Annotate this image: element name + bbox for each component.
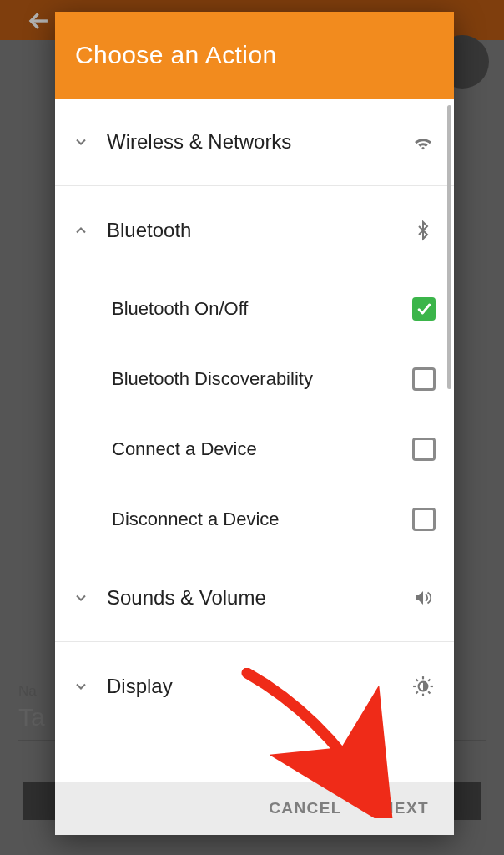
dialog-title: Choose an Action: [75, 41, 277, 69]
sub-bluetooth-discoverability[interactable]: Bluetooth Discoverability: [55, 344, 454, 414]
dialog-footer: CANCEL NEXT: [55, 782, 454, 835]
group-label: Wireless & Networks: [107, 130, 411, 154]
sub-bluetooth-onoff[interactable]: Bluetooth On/Off: [55, 274, 454, 344]
sub-label: Connect a Device: [112, 438, 412, 460]
bluetooth-icon: [411, 219, 436, 242]
chevron-down-icon: [68, 129, 93, 154]
sub-label: Bluetooth On/Off: [112, 298, 412, 320]
next-button[interactable]: NEXT: [382, 799, 429, 817]
sub-connect-device[interactable]: Connect a Device: [55, 414, 454, 484]
scrollbar-thumb[interactable]: [447, 105, 451, 389]
checkbox[interactable]: [412, 508, 436, 531]
sub-disconnect-device[interactable]: Disconnect a Device: [55, 484, 454, 554]
choose-action-dialog: Choose an Action Wireless & Networks Blu…: [55, 12, 454, 835]
checkbox[interactable]: [412, 438, 436, 461]
group-label: Display: [107, 675, 411, 698]
chevron-down-icon: [68, 585, 93, 610]
group-wireless[interactable]: Wireless & Networks: [55, 99, 454, 186]
group-display[interactable]: Display: [55, 642, 454, 730]
checkbox-checked[interactable]: [412, 297, 436, 321]
group-sounds[interactable]: Sounds & Volume: [55, 554, 454, 642]
cancel-button[interactable]: CANCEL: [269, 799, 342, 817]
action-list[interactable]: Wireless & Networks Bluetooth Bluetooth …: [55, 99, 454, 782]
chevron-up-icon: [68, 218, 93, 243]
sub-label: Disconnect a Device: [112, 508, 412, 530]
checkbox[interactable]: [412, 367, 436, 391]
group-label: Sounds & Volume: [107, 586, 411, 610]
svg-line-4: [428, 691, 430, 693]
sub-label: Bluetooth Discoverability: [112, 368, 412, 390]
wifi-icon: [411, 131, 436, 153]
brightness-icon: [411, 675, 436, 697]
group-label: Bluetooth: [107, 219, 411, 242]
dialog-header: Choose an Action: [55, 12, 454, 99]
volume-icon: [411, 588, 436, 608]
svg-line-7: [416, 691, 418, 693]
svg-line-8: [428, 679, 430, 680]
chevron-down-icon: [68, 674, 93, 699]
svg-line-3: [416, 679, 418, 680]
group-bluetooth[interactable]: Bluetooth: [55, 186, 454, 274]
